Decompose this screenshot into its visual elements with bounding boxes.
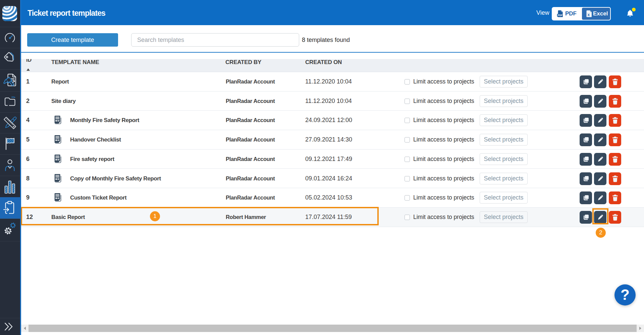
svg-text:x: x — [588, 12, 590, 17]
svg-text:PDF: PDF — [558, 14, 563, 16]
